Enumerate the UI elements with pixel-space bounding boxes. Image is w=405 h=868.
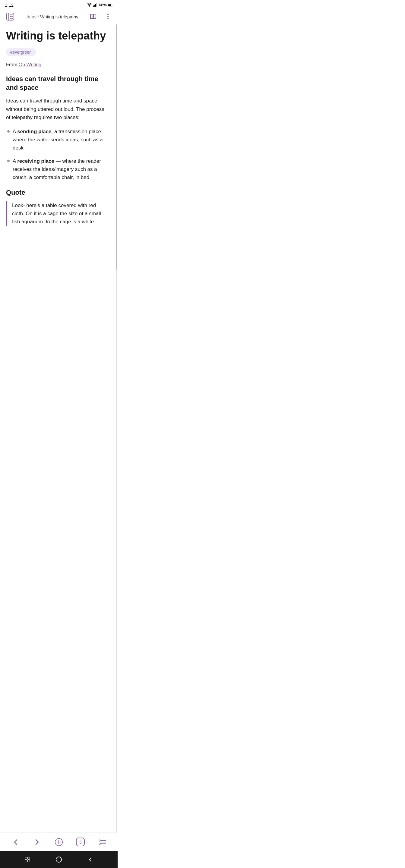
svg-point-12 (107, 14, 109, 15)
book-icon-button[interactable] (88, 11, 98, 22)
bullet-dot-2 (7, 160, 10, 162)
from-label: From (6, 62, 17, 67)
main-content: Writing is telepathy #evergreen From On … (0, 24, 115, 232)
back-button[interactable] (10, 836, 22, 841)
signal-icon (93, 3, 98, 7)
bullet-text-1: A sending place, a transmission place — … (13, 127, 109, 152)
from-line: From On Writing (6, 62, 109, 67)
content-wrapper: Writing is telepathy #evergreen From On … (0, 24, 118, 841)
section1-body: Ideas can travel through time and space … (6, 97, 109, 121)
breadcrumb: Ideas / Writing is telepathy (16, 14, 88, 19)
evergreen-tag[interactable]: #evergreen (6, 48, 36, 56)
outline-button[interactable] (96, 836, 108, 841)
more-options-button[interactable] (103, 12, 113, 22)
bullet-item-2: A receiving place — where the reader rec… (6, 157, 109, 182)
battery-text: 68% (99, 3, 107, 7)
status-time: 1:12 (5, 2, 13, 7)
bold-receiving: receiving place (17, 158, 54, 164)
page-number: 3 (79, 839, 81, 841)
svg-point-13 (107, 16, 109, 17)
forward-button[interactable] (31, 836, 43, 841)
blockquote: Look- here's a table covered with red cl… (6, 201, 109, 226)
svg-point-18 (99, 840, 101, 841)
breadcrumb-separator: / (38, 14, 39, 19)
page-title: Writing is telepathy (6, 29, 109, 42)
status-bar: 1:12 68% (0, 0, 118, 9)
page-count-button[interactable]: 3 (74, 836, 86, 841)
breadcrumb-current: Writing is telepathy (40, 14, 78, 19)
bullet-item-1: A sending place, a transmission place — … (6, 127, 109, 152)
add-button[interactable] (53, 836, 65, 841)
bullet-list: A sending place, a transmission place — … (6, 127, 109, 181)
scrollbar[interactable] (116, 24, 117, 841)
section1-heading: Ideas can travel through time and space (6, 75, 109, 92)
tag-container: #evergreen (6, 48, 109, 56)
svg-point-14 (107, 18, 109, 19)
svg-rect-2 (94, 4, 95, 7)
status-icons: 68% (87, 3, 113, 7)
bold-sending: sending place (17, 129, 51, 134)
svg-rect-3 (95, 4, 96, 7)
svg-rect-1 (93, 5, 94, 7)
page-badge: 3 (76, 838, 84, 841)
wifi-icon (87, 3, 92, 7)
sidebar-toggle-button[interactable] (5, 11, 16, 22)
svg-point-0 (89, 6, 90, 7)
scrollbar-thumb (116, 24, 117, 270)
header-right (88, 11, 113, 22)
header-left (5, 11, 16, 22)
from-link[interactable]: On Writing (19, 62, 41, 67)
breadcrumb-parent[interactable]: Ideas (25, 14, 36, 19)
quote-heading: Quote (6, 189, 109, 196)
bullet-dot-1 (7, 130, 10, 133)
header: Ideas / Writing is telepathy (0, 9, 118, 24)
blockquote-text: Look- here's a table covered with red cl… (12, 201, 109, 226)
svg-rect-6 (108, 4, 111, 6)
battery-icon (108, 3, 113, 7)
bottom-toolbar: 3 (0, 832, 118, 841)
svg-rect-4 (96, 3, 97, 7)
bullet-text-2: A receiving place — where the reader rec… (13, 157, 109, 182)
